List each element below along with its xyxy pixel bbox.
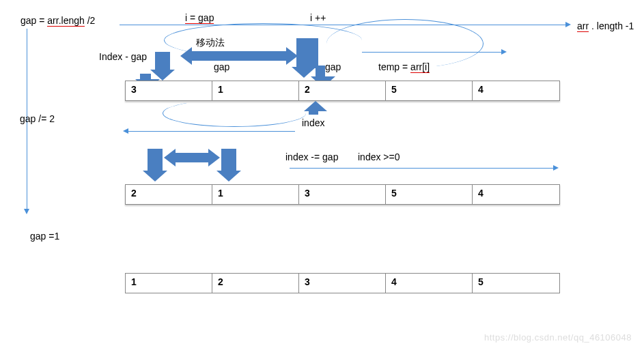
- thick-arrow-bi-1: [191, 51, 287, 61]
- thick-arrow-down-3: [148, 149, 163, 172]
- text: . length -1: [589, 20, 634, 31]
- cell: 3: [299, 274, 386, 293]
- text: arr: [577, 20, 589, 32]
- gap-div-2-label: gap /= 2: [20, 113, 55, 124]
- index-ge-zero-label: index >=0: [358, 151, 400, 162]
- gap-init-label: gap = arr.lengh /2: [20, 15, 95, 26]
- cell: 4: [386, 274, 473, 293]
- thick-arrow-up-index: [309, 111, 318, 115]
- gap-label-1: gap: [214, 61, 229, 72]
- arrow-right-cond: [290, 168, 557, 169]
- cell: 5: [473, 274, 559, 293]
- thick-arrow-down-big: [296, 38, 318, 68]
- cell: 1: [212, 185, 299, 204]
- wire-curve-under: [163, 100, 306, 127]
- text: /2: [85, 15, 96, 26]
- index-minus-gap-label: Index - gap: [99, 51, 147, 62]
- array-row-2: 2 1 3 5 4: [125, 184, 560, 205]
- cell: 1: [126, 274, 212, 293]
- arr-length-minus-1-label: arr . length -1: [577, 20, 634, 31]
- cell: 1: [212, 81, 299, 100]
- cell: 2: [299, 81, 386, 100]
- array-row-3: 1 2 3 4 5: [125, 273, 560, 293]
- index-decrement-label: index -= gap: [285, 151, 338, 162]
- cell: 4: [473, 81, 559, 100]
- text: gap =: [20, 15, 47, 26]
- text: arr.lengh: [47, 15, 84, 27]
- cell: 3: [299, 185, 386, 204]
- arrow-right-temp: [362, 52, 505, 53]
- array-row-1: 3 1 2 5 4: [125, 81, 560, 101]
- thick-arrow-down-1: [155, 52, 170, 71]
- cell: 5: [386, 185, 473, 204]
- arrow-left-under: [124, 131, 295, 132]
- gap-label-2: gap: [325, 61, 341, 72]
- cell: 3: [126, 81, 212, 100]
- index-label: index: [302, 117, 324, 128]
- cell: 4: [473, 185, 559, 204]
- i-eq-gap-label: i = gap: [185, 12, 214, 24]
- thick-arrow-down-4: [221, 149, 236, 172]
- thick-arrow-down-2: [316, 66, 325, 78]
- cell: 2: [126, 185, 212, 204]
- wire-curve-right: [326, 19, 484, 68]
- thick-arrow-down-small: [140, 74, 151, 81]
- arrow-right-top: [120, 25, 570, 25]
- gap-eq-1-label: gap =1: [30, 231, 59, 242]
- watermark: https://blog.csdn.net/qq_46106048: [484, 332, 632, 343]
- cell: 5: [386, 81, 473, 100]
- thick-arrow-bi-2: [175, 153, 209, 162]
- i-plus-plus-label: i ++: [310, 12, 326, 23]
- cell: 2: [212, 274, 299, 293]
